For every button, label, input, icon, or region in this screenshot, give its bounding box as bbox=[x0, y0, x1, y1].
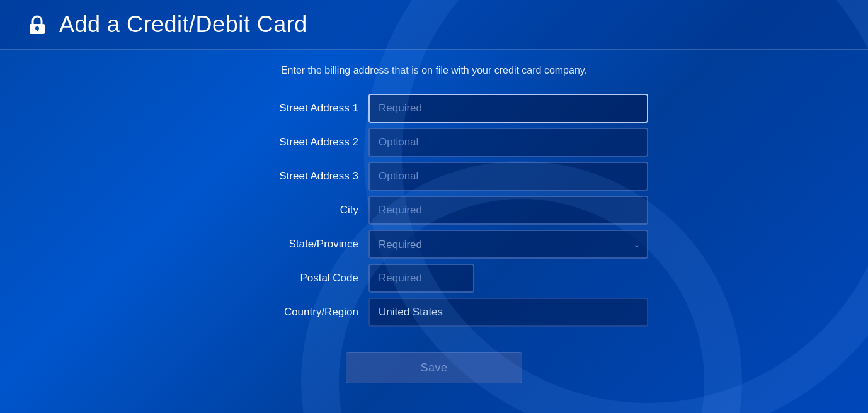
main-content: Enter the billing address that is on fil… bbox=[0, 50, 868, 383]
street-address-2-input[interactable] bbox=[368, 128, 648, 157]
save-button-row: Save bbox=[346, 352, 522, 383]
street-address-1-label: Street Address 1 bbox=[220, 102, 358, 115]
city-input[interactable] bbox=[368, 196, 648, 225]
state-select-wrapper: Required Alabama Alaska Arizona Californ… bbox=[368, 230, 648, 259]
state-select[interactable]: Required Alabama Alaska Arizona Californ… bbox=[368, 230, 648, 259]
postal-code-row: Postal Code bbox=[220, 264, 648, 293]
state-row: State/Province Required Alabama Alaska A… bbox=[220, 230, 648, 259]
state-label: State/Province bbox=[220, 238, 358, 251]
street-address-1-input[interactable] bbox=[368, 94, 648, 123]
postal-code-input[interactable] bbox=[368, 264, 474, 293]
subtitle: Enter the billing address that is on fil… bbox=[281, 65, 587, 76]
street-address-2-label: Street Address 2 bbox=[220, 136, 358, 149]
street-address-3-label: Street Address 3 bbox=[220, 170, 358, 183]
postal-code-label: Postal Code bbox=[220, 272, 358, 285]
city-row: City bbox=[220, 196, 648, 225]
street-address-3-row: Street Address 3 bbox=[220, 162, 648, 191]
street-address-3-input[interactable] bbox=[368, 162, 648, 191]
svg-rect-2 bbox=[37, 28, 38, 31]
city-label: City bbox=[220, 204, 358, 217]
street-address-2-row: Street Address 2 bbox=[220, 128, 648, 157]
street-address-1-row: Street Address 1 bbox=[220, 94, 648, 123]
country-row: Country/Region United States bbox=[220, 298, 648, 327]
save-button[interactable]: Save bbox=[346, 352, 522, 383]
page-title: Add a Credit/Debit Card bbox=[59, 11, 307, 38]
country-label: Country/Region bbox=[220, 306, 358, 319]
billing-form: Street Address 1 Street Address 2 Street… bbox=[220, 94, 648, 327]
page-header: Add a Credit/Debit Card bbox=[0, 0, 868, 50]
lock-icon bbox=[25, 13, 49, 37]
country-value: United States bbox=[368, 298, 648, 327]
